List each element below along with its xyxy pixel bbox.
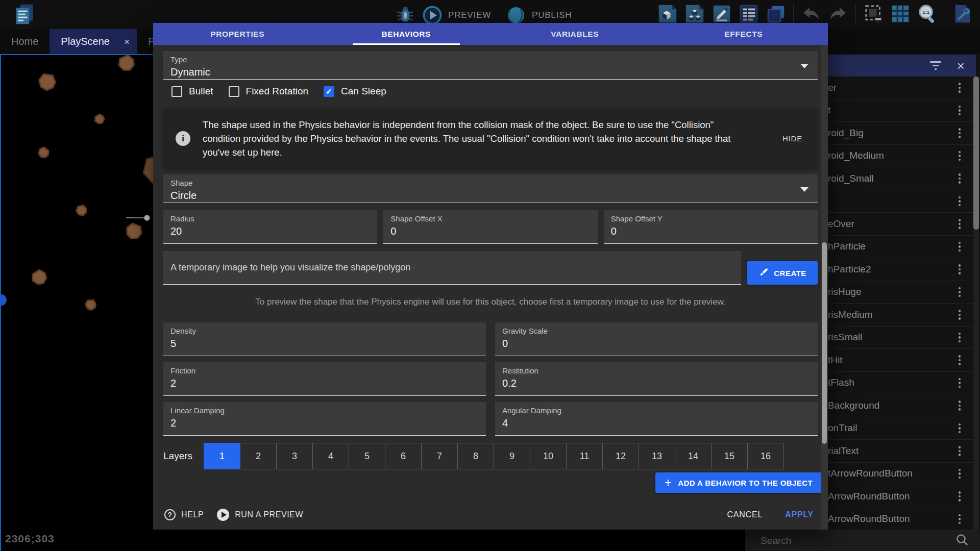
hide-button[interactable]: HIDE [782, 134, 802, 143]
layer-chip[interactable]: 2 [240, 443, 277, 469]
selection-handle [144, 215, 150, 221]
mask-selection-icon[interactable] [862, 3, 885, 25]
close-icon[interactable]: × [124, 36, 130, 47]
close-icon[interactable]: × [957, 59, 965, 72]
asteroid-sprite[interactable] [39, 147, 49, 158]
layers-icon[interactable] [765, 3, 787, 25]
dialog-tab[interactable]: VARIABLES [491, 23, 659, 45]
kebab-menu-icon[interactable] [959, 469, 961, 479]
grid-icon[interactable] [889, 3, 912, 25]
kebab-menu-icon[interactable] [959, 287, 961, 297]
layer-chip[interactable]: 7 [421, 443, 458, 469]
layer-chip[interactable]: 11 [566, 443, 603, 469]
type-dropdown[interactable]: Type Dynamic [163, 51, 818, 80]
layer-chip[interactable]: 4 [312, 443, 349, 469]
kebab-menu-icon[interactable] [959, 333, 961, 343]
layer-chip[interactable]: 15 [711, 443, 748, 469]
filter-icon[interactable] [929, 61, 942, 70]
kebab-menu-icon[interactable] [959, 242, 961, 252]
asteroid-sprite[interactable] [95, 114, 104, 123]
redo-icon[interactable] [827, 3, 849, 25]
tab-playscene[interactable]: PlayScene × [50, 29, 137, 54]
info-icon: i [176, 131, 190, 146]
asteroid-sprite[interactable] [39, 74, 55, 90]
kebab-menu-icon[interactable] [959, 151, 961, 161]
layer-chip[interactable]: 14 [675, 443, 712, 469]
object-groups-icon[interactable] [683, 3, 706, 25]
shape-dropdown[interactable]: Shape Circle [163, 174, 818, 203]
kebab-menu-icon[interactable] [959, 106, 961, 116]
dialog-tab[interactable]: BEHAVIORS [322, 23, 491, 45]
layer-chip[interactable]: 6 [385, 443, 422, 469]
help-button[interactable]: ? HELP [164, 509, 204, 520]
kebab-menu-icon[interactable] [959, 264, 961, 274]
asteroid-sprite[interactable] [33, 270, 46, 284]
layer-chip[interactable]: 10 [530, 443, 567, 469]
create-button[interactable]: CREATE [747, 261, 818, 285]
kebab-menu-icon[interactable] [959, 514, 961, 524]
dialog-tab[interactable]: PROPERTIES [153, 23, 322, 45]
kebab-menu-icon[interactable] [959, 378, 961, 388]
zoom-original-icon[interactable]: 1:1 [916, 3, 939, 25]
kebab-menu-icon[interactable] [959, 423, 961, 434]
temp-image-field[interactable]: A temporary image to help you visualize … [163, 251, 741, 285]
kebab-menu-icon[interactable] [959, 491, 961, 502]
kebab-menu-icon[interactable] [959, 355, 961, 365]
kebab-menu-icon[interactable] [959, 446, 961, 456]
checkbox[interactable]: Bullet [172, 86, 213, 97]
undo-icon[interactable] [800, 3, 822, 25]
dialog-tab[interactable]: EFFECTS [659, 23, 828, 45]
layer-chip[interactable]: 5 [349, 443, 385, 469]
kebab-menu-icon[interactable] [959, 400, 961, 411]
number-field[interactable]: Friction 2 [163, 362, 486, 396]
asteroid-sprite[interactable] [127, 223, 141, 239]
dialog-footer: ? HELP RUN A PREVIEW CANCEL APPLY [153, 500, 828, 530]
kebab-menu-icon[interactable] [959, 83, 961, 93]
asteroid-sprite[interactable] [85, 300, 95, 310]
dialog-scrollbar-thumb[interactable] [822, 242, 827, 444]
asteroid-sprite[interactable] [119, 55, 134, 70]
layer-chip[interactable]: 1 [204, 443, 240, 469]
number-field[interactable]: Angular Damping 4 [495, 402, 818, 436]
layer-chip[interactable]: 8 [457, 443, 494, 469]
search-input[interactable]: Search [761, 535, 955, 546]
layer-chip[interactable]: 3 [276, 443, 313, 469]
number-field[interactable]: Restitution 0.2 [495, 362, 818, 396]
layer-chip[interactable]: 9 [494, 443, 530, 469]
panel-scrollbar-thumb[interactable] [973, 77, 979, 230]
number-field[interactable]: Radius 20 [163, 210, 377, 244]
layers-label: Layers [163, 450, 204, 462]
kebab-menu-icon[interactable] [959, 128, 961, 138]
search-bar[interactable]: Search [745, 531, 980, 551]
edit-properties-icon[interactable] [710, 3, 733, 25]
export-object-icon[interactable] [656, 3, 679, 25]
layer-chip[interactable]: 13 [639, 443, 675, 469]
layer-chip[interactable]: 16 [747, 443, 784, 469]
number-field[interactable]: Shape Offset X 0 [383, 210, 597, 244]
dialog-tabbar: PROPERTIESBEHAVIORSVARIABLESEFFECTS [153, 23, 828, 45]
asteroid-sprite[interactable] [77, 206, 87, 216]
layer-chip[interactable]: 12 [602, 443, 639, 469]
number-field[interactable]: Density 5 [163, 322, 486, 356]
apply-button[interactable]: APPLY [785, 510, 814, 519]
instances-list-icon[interactable] [738, 3, 760, 25]
publish-button[interactable]: PUBLISH [532, 10, 572, 20]
tab-home[interactable]: Home [0, 29, 50, 54]
number-field[interactable]: Shape Offset Y 0 [604, 210, 818, 244]
checkbox[interactable]: Fixed Rotation [229, 86, 309, 97]
kebab-menu-icon[interactable] [959, 219, 961, 229]
kebab-menu-icon[interactable] [959, 310, 961, 320]
project-manager-icon[interactable] [13, 3, 36, 26]
kebab-menu-icon[interactable] [959, 173, 961, 184]
project-settings-icon[interactable] [951, 3, 974, 25]
checkbox[interactable]: Can Sleep [324, 86, 386, 97]
number-field[interactable]: Linear Damping 2 [163, 402, 486, 436]
kebab-menu-icon[interactable] [959, 196, 961, 207]
search-icon [955, 533, 969, 548]
cancel-button[interactable]: CANCEL [727, 510, 763, 519]
run-preview-button[interactable]: RUN A PREVIEW [217, 509, 303, 521]
checkbox-box-icon [229, 86, 239, 97]
add-behavior-button[interactable]: + ADD A BEHAVIOR TO THE OBJECT [655, 472, 822, 493]
number-field[interactable]: Gravity Scale 0 [495, 322, 818, 356]
preview-button[interactable]: PREVIEW [448, 10, 491, 20]
